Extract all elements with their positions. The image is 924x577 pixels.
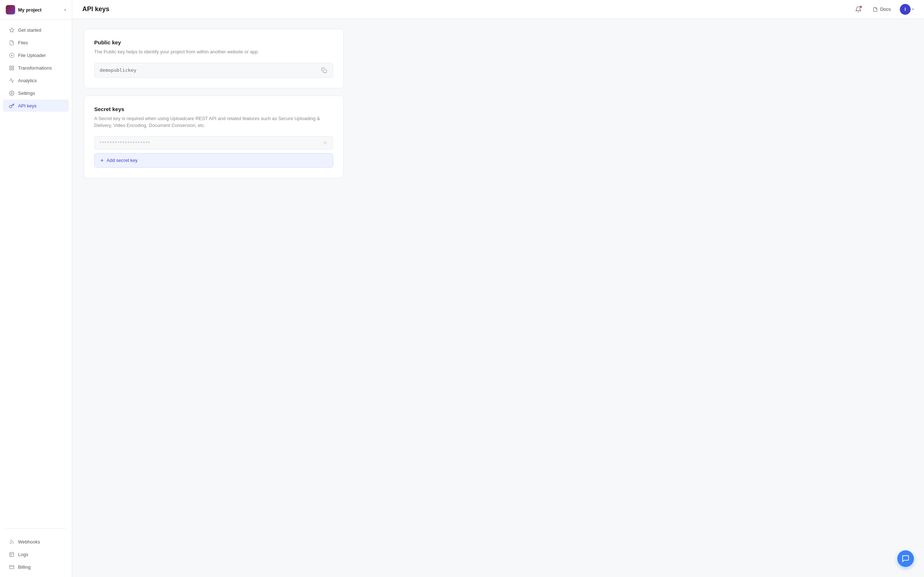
sidebar-item-webhooks[interactable]: Webhooks [3,535,69,548]
page-title: API keys [82,5,853,13]
public-key-value: demopublickey [100,68,317,73]
sidebar-divider [6,528,66,529]
svg-rect-4 [10,66,11,67]
sidebar-item-api-keys[interactable]: API keys [3,100,69,112]
svg-rect-15 [323,69,327,73]
docs-button[interactable]: Docs [869,4,895,14]
sidebar: My project ▾ Get started Files [0,0,72,577]
upload-icon [9,52,15,58]
svg-rect-10 [10,552,13,556]
svg-rect-13 [10,566,14,569]
sidebar-label-get-started: Get started [18,27,41,33]
svg-rect-5 [12,66,13,67]
settings-icon [9,90,15,96]
add-secret-key-button[interactable]: + Add secret key [94,153,333,168]
clear-secret-key-button[interactable] [323,140,328,145]
user-avatar: I [900,4,911,15]
chat-button[interactable] [897,550,914,567]
svg-marker-0 [10,28,14,32]
header: API keys Docs I ▾ [72,0,924,19]
notifications-button[interactable] [853,4,864,15]
sidebar-item-transformations[interactable]: Transformations [3,62,69,74]
billing-icon [9,564,15,570]
public-key-title: Public key [94,39,333,45]
project-selector[interactable]: My project ▾ [0,0,72,20]
header-actions: Docs I ▾ [853,4,914,15]
add-secret-key-label: Add secret key [107,158,137,163]
sidebar-item-settings[interactable]: Settings [3,87,69,99]
secret-key-masked: ******************** [100,140,319,146]
copy-public-key-button[interactable] [320,67,328,74]
chevron-down-icon: ▾ [64,8,66,12]
user-menu[interactable]: I ▾ [900,4,914,15]
sidebar-item-billing[interactable]: Billing [3,561,69,573]
plus-icon: + [100,158,103,163]
sidebar-label-files: Files [18,40,28,45]
sidebar-nav: Get started Files File Uploader [0,20,72,525]
sidebar-label-file-uploader: File Uploader [18,53,46,58]
webhooks-icon [9,539,15,545]
docs-label: Docs [880,6,891,12]
svg-rect-6 [10,68,11,69]
sidebar-label-settings: Settings [18,90,35,96]
user-chevron-icon: ▾ [912,7,914,11]
sidebar-label-transformations: Transformations [18,65,52,71]
sidebar-item-files[interactable]: Files [3,36,69,49]
sidebar-label-logs: Logs [18,552,28,557]
transformations-icon [9,65,15,71]
secret-keys-card: Secret keys A Secret key is required whe… [84,95,344,178]
sidebar-item-file-uploader[interactable]: File Uploader [3,49,69,61]
public-key-field: demopublickey [94,63,333,78]
sidebar-label-webhooks: Webhooks [18,539,40,545]
content-area: Public key The Public key helps to ident… [72,19,924,577]
sidebar-item-analytics[interactable]: Analytics [3,74,69,87]
sidebar-label-billing: Billing [18,564,31,570]
main-area: API keys Docs I ▾ Public key [72,0,924,577]
secret-key-field: ******************** [94,136,333,150]
project-name: My project [18,7,61,13]
file-icon [9,40,15,45]
sidebar-bottom: Webhooks Logs Billing [0,532,72,577]
key-icon [9,103,15,108]
logs-icon [9,551,15,557]
svg-rect-7 [12,68,13,69]
public-key-card: Public key The Public key helps to ident… [84,29,344,89]
sidebar-label-analytics: Analytics [18,78,37,83]
sidebar-item-get-started[interactable]: Get started [3,24,69,36]
secret-keys-description: A Secret key is required when using Uplo… [94,115,333,129]
svg-point-8 [11,92,12,94]
sidebar-item-logs[interactable]: Logs [3,548,69,561]
notification-badge [859,5,862,8]
secret-keys-title: Secret keys [94,106,333,112]
analytics-icon [9,77,15,83]
project-logo-icon [6,5,15,15]
star-icon [9,27,15,33]
sidebar-label-api-keys: API keys [18,103,36,108]
public-key-description: The Public key helps to identify your pr… [94,48,333,56]
